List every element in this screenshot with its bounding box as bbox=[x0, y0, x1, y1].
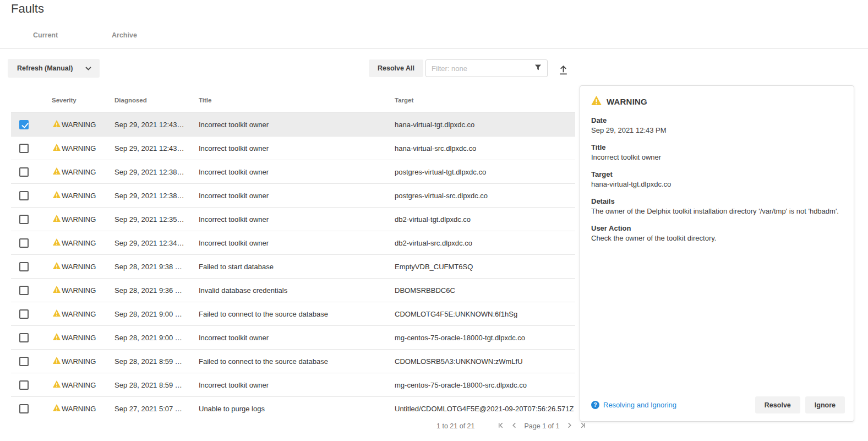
warning-triangle-icon bbox=[53, 326, 61, 350]
table-row[interactable]: WARNING Sep 28, 2021 9:00 … Failed to co… bbox=[11, 302, 575, 325]
cell-title: Incorrect toolkit owner bbox=[199, 208, 269, 231]
export-arrow-up-icon bbox=[558, 64, 569, 77]
severity-label: WARNING bbox=[62, 137, 96, 160]
severity-label: WARNING bbox=[62, 350, 96, 373]
table-row[interactable]: WARNING Sep 29, 2021 12:38… Incorrect to… bbox=[11, 160, 575, 183]
pagination-range: 1 to 21 of 21 bbox=[436, 422, 475, 430]
cell-title: Incorrect toolkit owner bbox=[199, 326, 269, 350]
cell-severity: WARNING bbox=[53, 184, 96, 208]
export-button[interactable] bbox=[555, 63, 571, 78]
severity-label: WARNING bbox=[62, 279, 96, 302]
panel-field-label: Title bbox=[591, 143, 843, 152]
cell-title: Incorrect toolkit owner bbox=[199, 184, 269, 208]
table-row[interactable]: WARNING Sep 28, 2021 9:38 … Failed to st… bbox=[11, 254, 575, 278]
refresh-dropdown[interactable]: Refresh (Manual) bbox=[8, 59, 100, 78]
row-checkbox[interactable] bbox=[19, 120, 29, 129]
cell-severity: WARNING bbox=[53, 137, 96, 160]
cell-target: db2-virtual-tgt.dlpxdc.co bbox=[395, 208, 471, 231]
ignore-button[interactable]: Ignore bbox=[805, 396, 845, 413]
table-row[interactable]: WARNING Sep 28, 2021 8:59 … Incorrect to… bbox=[11, 373, 575, 396]
severity-label: WARNING bbox=[62, 302, 96, 326]
cell-diagnosed: Sep 29, 2021 12:35… bbox=[114, 208, 184, 231]
warning-triangle-icon bbox=[53, 208, 61, 231]
panel-field-label: User Action bbox=[591, 224, 843, 233]
panel-field-label: Details bbox=[591, 197, 843, 206]
cell-severity: WARNING bbox=[53, 208, 96, 231]
severity-label: WARNING bbox=[62, 208, 96, 231]
cell-target: mg-centos-75-oracle-18000-tgt.dlpxdc.co bbox=[395, 326, 525, 350]
cell-title: Incorrect toolkit owner bbox=[199, 160, 269, 184]
panel-field-label: Date bbox=[591, 116, 843, 125]
tabs-divider bbox=[0, 48, 868, 49]
filter-input[interactable] bbox=[432, 64, 534, 73]
prev-page-button[interactable] bbox=[507, 422, 521, 431]
row-checkbox[interactable] bbox=[19, 262, 29, 271]
row-checkbox[interactable] bbox=[19, 286, 29, 295]
cell-title: Incorrect toolkit owner bbox=[199, 373, 269, 397]
table-row[interactable]: WARNING Sep 28, 2021 8:59 … Failed to co… bbox=[11, 349, 575, 373]
tab-current[interactable]: Current bbox=[33, 31, 58, 39]
row-checkbox[interactable] bbox=[19, 215, 29, 224]
cell-severity: WARNING bbox=[53, 113, 96, 137]
cell-severity: WARNING bbox=[53, 279, 96, 302]
table-body: WARNING Sep 29, 2021 12:43… Incorrect to… bbox=[11, 112, 575, 417]
table-row[interactable]: WARNING Sep 29, 2021 12:35… Incorrect to… bbox=[11, 207, 575, 231]
warning-triangle-icon bbox=[53, 184, 61, 208]
table-row[interactable]: WARNING Sep 28, 2021 9:36 … Invalid data… bbox=[11, 278, 575, 302]
row-checkbox[interactable] bbox=[19, 167, 29, 177]
panel-field: User Action Check the owner of the toolk… bbox=[591, 224, 843, 243]
cell-severity: WARNING bbox=[53, 302, 96, 326]
cell-title: Incorrect toolkit owner bbox=[199, 231, 269, 255]
row-checkbox[interactable] bbox=[19, 144, 29, 153]
help-link-label: Resolving and Ignoring bbox=[603, 401, 676, 409]
resolving-and-ignoring-link[interactable]: ? Resolving and Ignoring bbox=[591, 401, 676, 409]
table-row[interactable]: WARNING Sep 29, 2021 12:43… Incorrect to… bbox=[11, 136, 575, 160]
cell-severity: WARNING bbox=[53, 397, 96, 417]
panel-fields: Date Sep 29, 2021 12:43 PM Title Incorre… bbox=[591, 116, 843, 243]
first-page-icon bbox=[497, 422, 504, 431]
faults-table: Severity Diagnosed Title Target WARNING … bbox=[11, 87, 575, 417]
row-checkbox[interactable] bbox=[19, 191, 29, 200]
row-checkbox[interactable] bbox=[19, 404, 29, 413]
resolve-all-button[interactable]: Resolve All bbox=[369, 59, 423, 77]
panel-field-value: Incorrect toolkit owner bbox=[591, 153, 843, 162]
warning-triangle-icon bbox=[53, 373, 61, 397]
table-row[interactable]: WARNING Sep 27, 2021 5:07 … Unable to pu… bbox=[11, 396, 575, 417]
cell-diagnosed: Sep 28, 2021 8:59 … bbox=[114, 350, 182, 373]
table-row[interactable]: WARNING Sep 29, 2021 12:34… Incorrect to… bbox=[11, 231, 575, 254]
row-checkbox[interactable] bbox=[19, 333, 29, 342]
cell-severity: WARNING bbox=[53, 326, 96, 350]
next-page-button[interactable] bbox=[563, 422, 576, 431]
prev-page-icon bbox=[511, 422, 518, 431]
last-page-button[interactable] bbox=[576, 422, 590, 431]
panel-field-value: The owner of the Delphix toolkit install… bbox=[591, 206, 843, 216]
severity-label: WARNING bbox=[62, 231, 96, 255]
chevron-down-icon bbox=[85, 64, 91, 72]
table-row[interactable]: WARNING Sep 29, 2021 12:38… Incorrect to… bbox=[11, 183, 575, 207]
cell-target: CDOMLOSRB5A3:UNKNOWN:zWmLfU bbox=[395, 350, 523, 373]
resolve-button[interactable]: Resolve bbox=[755, 396, 800, 413]
cell-diagnosed: Sep 29, 2021 12:38… bbox=[114, 160, 184, 184]
refresh-dropdown-label: Refresh (Manual) bbox=[17, 64, 73, 72]
row-checkbox[interactable] bbox=[19, 309, 29, 319]
filter-funnel-icon[interactable] bbox=[534, 63, 542, 73]
cell-title: Invalid database credentials bbox=[199, 279, 287, 302]
row-checkbox[interactable] bbox=[19, 238, 29, 248]
cell-severity: WARNING bbox=[53, 160, 96, 184]
tab-archive[interactable]: Archive bbox=[112, 31, 137, 39]
column-header-diagnosed: Diagnosed bbox=[114, 97, 147, 104]
first-page-button[interactable] bbox=[494, 422, 507, 431]
row-checkbox[interactable] bbox=[19, 380, 29, 390]
row-checkbox[interactable] bbox=[19, 357, 29, 366]
cell-title: Incorrect toolkit owner bbox=[199, 137, 269, 160]
cell-severity: WARNING bbox=[53, 255, 96, 279]
severity-label: WARNING bbox=[62, 160, 96, 184]
table-row[interactable]: WARNING Sep 28, 2021 9:00 … Incorrect to… bbox=[11, 325, 575, 349]
warning-triangle-icon bbox=[53, 231, 61, 255]
severity-label: WARNING bbox=[62, 397, 96, 417]
warning-triangle-icon bbox=[53, 113, 61, 137]
cell-target: CDOMLOTG4F5E:UNKNOWN:6f1hSg bbox=[395, 302, 517, 326]
cell-diagnosed: Sep 28, 2021 9:00 … bbox=[114, 326, 182, 350]
table-row[interactable]: WARNING Sep 29, 2021 12:43… Incorrect to… bbox=[11, 112, 575, 136]
cell-target: db2-virtual-src.dlpxdc.co bbox=[395, 231, 472, 255]
